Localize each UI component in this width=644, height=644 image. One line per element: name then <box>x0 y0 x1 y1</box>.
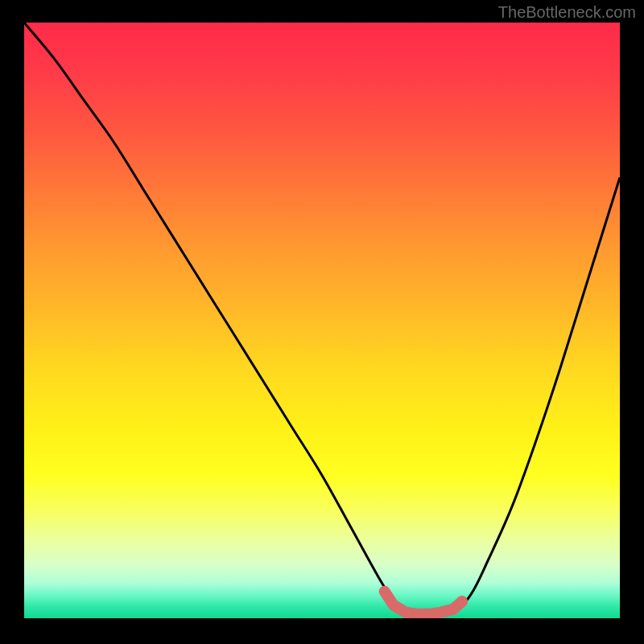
optimal-range-band <box>385 592 462 614</box>
bottleneck-curve-line <box>24 23 620 616</box>
chart-plot-area <box>24 23 620 618</box>
chart-svg <box>24 23 620 618</box>
watermark-text: TheBottleneck.com <box>498 3 636 22</box>
optimal-range-end-dot <box>456 596 468 607</box>
optimal-range-markers <box>385 592 468 614</box>
